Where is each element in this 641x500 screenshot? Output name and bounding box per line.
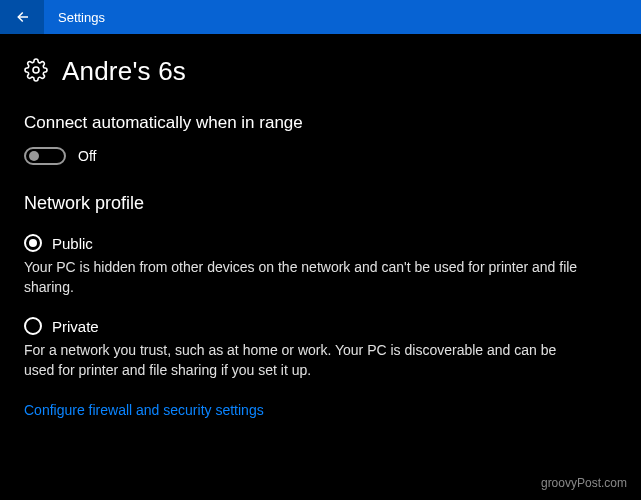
autoconnect-toggle-row: Off bbox=[24, 147, 617, 165]
radio-public[interactable] bbox=[24, 234, 42, 252]
radio-private[interactable] bbox=[24, 317, 42, 335]
radio-public-label: Public bbox=[52, 235, 93, 252]
arrow-left-icon bbox=[13, 8, 31, 26]
content: Andre's 6s Connect automatically when in… bbox=[0, 34, 641, 419]
radio-option-private[interactable]: Private bbox=[24, 317, 617, 335]
autoconnect-toggle[interactable] bbox=[24, 147, 66, 165]
network-profile-heading: Network profile bbox=[24, 193, 617, 214]
titlebar: Settings bbox=[0, 0, 641, 34]
gear-icon bbox=[24, 58, 48, 86]
page-header: Andre's 6s bbox=[24, 56, 617, 87]
radio-public-description: Your PC is hidden from other devices on … bbox=[24, 258, 584, 297]
radio-option-public[interactable]: Public bbox=[24, 234, 617, 252]
autoconnect-state-label: Off bbox=[78, 148, 96, 164]
toggle-knob bbox=[29, 151, 39, 161]
svg-point-1 bbox=[33, 67, 39, 73]
radio-private-label: Private bbox=[52, 318, 99, 335]
titlebar-title: Settings bbox=[58, 10, 105, 25]
firewall-link[interactable]: Configure firewall and security settings bbox=[24, 402, 264, 418]
back-button[interactable] bbox=[0, 0, 44, 34]
radio-private-description: For a network you trust, such as at home… bbox=[24, 341, 584, 380]
watermark: groovyPost.com bbox=[541, 476, 627, 490]
page-title: Andre's 6s bbox=[62, 56, 186, 87]
autoconnect-label: Connect automatically when in range bbox=[24, 113, 617, 133]
